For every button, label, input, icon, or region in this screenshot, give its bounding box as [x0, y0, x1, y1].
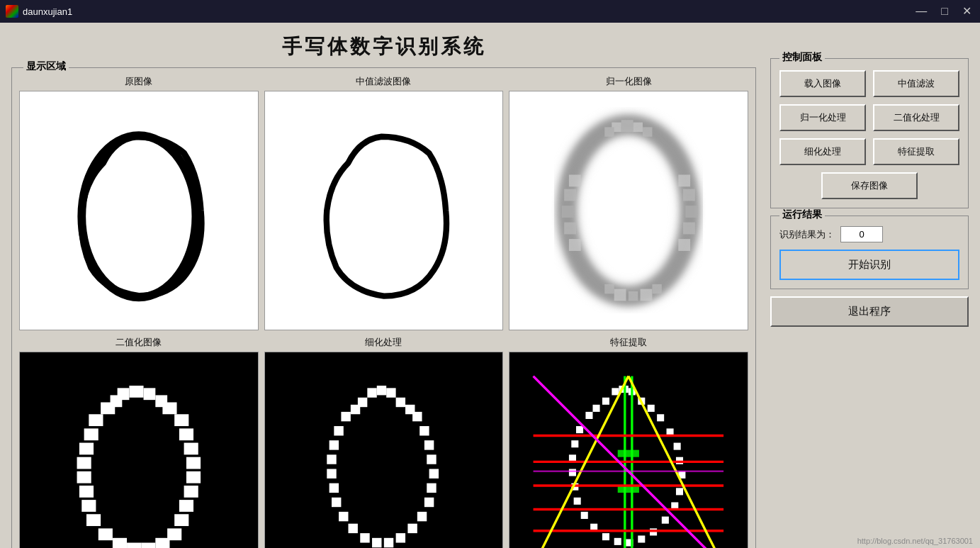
svg-rect-21: [629, 291, 638, 301]
canvas-feature: [509, 352, 748, 548]
svg-rect-5: [621, 120, 633, 132]
thin-button[interactable]: 细化处理: [779, 138, 866, 165]
svg-rect-47: [113, 537, 127, 548]
svg-rect-94: [569, 469, 576, 476]
svg-rect-79: [424, 440, 434, 449]
image-cell-thin: 细化处理: [264, 336, 504, 548]
svg-rect-113: [648, 405, 655, 412]
minimize-button[interactable]: —: [913, 4, 930, 18]
svg-rect-96: [574, 497, 581, 504]
svg-rect-68: [348, 523, 357, 532]
svg-rect-7: [605, 127, 614, 136]
svg-rect-92: [572, 440, 579, 447]
result-panel: 运行结果 识别结果为： 开始识别: [770, 216, 969, 289]
svg-rect-111: [657, 414, 664, 421]
svg-rect-56: [376, 386, 385, 395]
svg-rect-67: [339, 512, 348, 521]
svg-rect-78: [427, 454, 436, 464]
main-content: 手写体数字识别系统 显示区域 原图像: [0, 23, 980, 548]
svg-rect-19: [605, 284, 614, 293]
svg-rect-8: [643, 127, 652, 136]
svg-rect-60: [341, 412, 350, 421]
svg-rect-30: [89, 414, 103, 426]
btn-row-1: 载入图像 中值滤波: [779, 70, 959, 97]
svg-rect-16: [686, 206, 698, 218]
svg-rect-102: [638, 535, 646, 542]
svg-rect-24: [20, 352, 258, 548]
start-recognition-button[interactable]: 开始识别: [779, 250, 959, 280]
normalize-button[interactable]: 归一化处理: [779, 104, 866, 131]
result-value-input[interactable]: [840, 226, 883, 242]
svg-rect-18: [679, 239, 691, 251]
svg-rect-36: [81, 500, 96, 512]
image-cell-median: 中值滤波图像: [264, 75, 504, 330]
image-cell-feature: 特征提取: [509, 336, 748, 548]
svg-rect-38: [174, 414, 188, 426]
svg-rect-59: [395, 397, 405, 406]
svg-rect-9: [569, 174, 581, 186]
svg-rect-10: [565, 189, 577, 201]
svg-rect-41: [186, 457, 201, 469]
svg-rect-20: [614, 289, 626, 301]
svg-rect-72: [395, 533, 405, 542]
right-panel: 控制面板 载入图像 中值滤波 归一化处理 二值化处理 细化处理 特征提取 保存图…: [770, 30, 969, 541]
svg-rect-17: [683, 223, 695, 235]
svg-rect-100: [614, 537, 621, 544]
svg-rect-22: [641, 289, 653, 301]
btn-row-2: 归一化处理 二值化处理: [779, 104, 959, 131]
image-grid: 原图像 中值滤波图像: [19, 75, 748, 548]
median-filter-button[interactable]: 中值滤波: [873, 70, 959, 97]
save-btn-row: 保存图像: [779, 172, 959, 199]
maximize-button[interactable]: □: [938, 4, 951, 18]
svg-rect-82: [350, 405, 359, 414]
svg-rect-32: [79, 442, 94, 454]
image-cell-orig: 原图像: [19, 75, 259, 330]
save-image-button[interactable]: 保存图像: [821, 172, 918, 199]
svg-rect-76: [427, 483, 436, 492]
svg-rect-61: [334, 426, 343, 435]
feature-extract-button[interactable]: 特征提取: [873, 138, 959, 165]
control-panel-legend: 控制面板: [779, 51, 825, 64]
svg-rect-83: [405, 405, 415, 414]
svg-rect-27: [144, 388, 156, 400]
svg-rect-15: [683, 189, 695, 201]
svg-rect-12: [565, 223, 577, 235]
close-button[interactable]: ✕: [959, 4, 974, 18]
result-row: 识别结果为：: [779, 226, 959, 242]
svg-rect-69: [360, 533, 369, 542]
app-name: daunxujian1: [23, 6, 72, 17]
result-label: 识别结果为：: [779, 228, 835, 241]
svg-rect-65: [329, 483, 338, 492]
label-orig: 原图像: [125, 75, 152, 88]
svg-rect-116: [618, 449, 639, 457]
svg-rect-35: [79, 486, 94, 498]
svg-rect-54: [265, 352, 503, 548]
svg-rect-88: [602, 397, 609, 404]
canvas-binary: [19, 352, 259, 548]
app-icon: [6, 5, 18, 18]
app-title: 手写体数字识别系统: [11, 33, 756, 60]
svg-rect-70: [372, 537, 381, 547]
svg-rect-77: [429, 469, 438, 478]
svg-rect-23: [653, 284, 662, 293]
svg-rect-85: [612, 388, 619, 395]
svg-rect-99: [602, 533, 609, 540]
svg-rect-91: [576, 426, 583, 433]
binarize-button[interactable]: 二值化处理: [873, 104, 959, 131]
load-image-button[interactable]: 载入图像: [779, 70, 866, 97]
svg-rect-108: [676, 457, 683, 464]
svg-rect-64: [327, 469, 336, 478]
svg-rect-90: [586, 412, 593, 419]
svg-rect-53: [162, 402, 176, 414]
exit-button[interactable]: 退出程序: [770, 296, 969, 327]
svg-rect-51: [167, 528, 181, 540]
svg-rect-109: [674, 442, 681, 449]
svg-rect-73: [407, 523, 417, 532]
svg-rect-75: [424, 497, 434, 506]
svg-rect-62: [329, 440, 338, 449]
left-panel: 手写体数字识别系统 显示区域 原图像: [11, 30, 756, 541]
display-area-legend: 显示区域: [23, 60, 69, 73]
svg-rect-33: [77, 457, 91, 469]
svg-rect-37: [86, 514, 101, 526]
svg-rect-71: [383, 537, 393, 547]
